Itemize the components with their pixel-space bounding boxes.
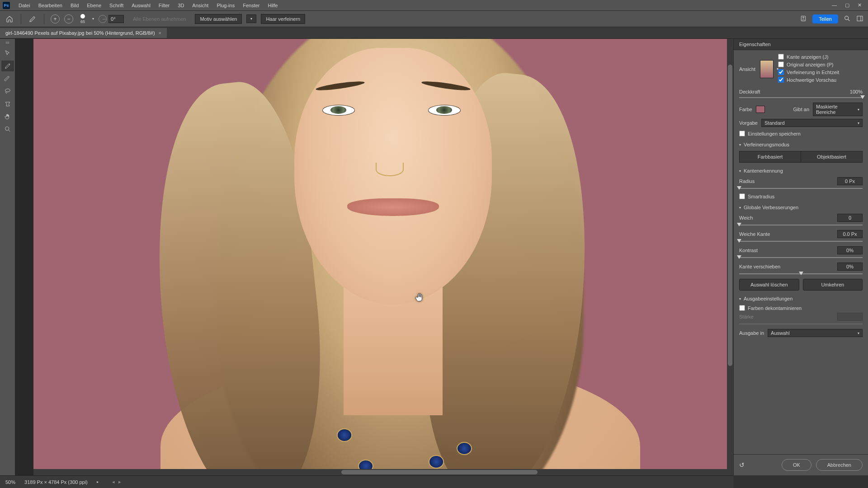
menu-plugins[interactable]: Plug-ins: [212, 1, 239, 10]
menu-auswahl[interactable]: Auswahl: [127, 1, 155, 10]
cancel-button[interactable]: Abbrechen: [816, 459, 863, 471]
refine-hair-label: Haar verfeinern: [266, 16, 300, 22]
tool-polygon-lasso[interactable]: [1, 99, 14, 109]
kante-verschieben-input[interactable]: [837, 263, 863, 271]
tool-zoom[interactable]: [1, 124, 14, 135]
weiche-kante-input[interactable]: [837, 230, 863, 238]
section-ausgabe[interactable]: ▾Ausgabeeinstellungen: [739, 296, 863, 301]
angle-input[interactable]: [108, 15, 124, 23]
mask-color-swatch[interactable]: [756, 106, 765, 113]
canvas-image[interactable]: [33, 39, 733, 475]
weiche-kante-slider[interactable]: [739, 241, 863, 242]
share-button[interactable]: Teilen: [812, 14, 838, 23]
panel-grip-icon[interactable]: [3, 42, 12, 44]
kantenerkennung-label: Kantenerkennung: [744, 168, 783, 174]
properties-tab[interactable]: Eigenschaften: [734, 39, 868, 50]
umkehren-button[interactable]: Umkehren: [803, 279, 863, 291]
chevron-down-icon[interactable]: ▾: [92, 17, 94, 21]
horizontal-scrollbar[interactable]: [33, 469, 733, 475]
objektbasiert-button[interactable]: Objektbasiert: [801, 151, 862, 162]
home-icon[interactable]: [5, 14, 14, 24]
checkbox-farben-dekon[interactable]: [739, 305, 745, 311]
slider-handle-icon[interactable]: [737, 186, 741, 190]
radius-slider[interactable]: [739, 188, 863, 189]
auswahl-loeschen-button[interactable]: Auswahl löschen: [739, 279, 799, 291]
farbbasiert-button[interactable]: Farbbasiert: [740, 151, 801, 162]
kontrast-slider[interactable]: [739, 257, 863, 258]
slider-handle-icon[interactable]: [799, 272, 803, 275]
checkbox-kante-anzeigen[interactable]: [778, 54, 784, 60]
menu-bearbeiten[interactable]: Bearbeiten: [34, 1, 66, 10]
scrollbar-thumb[interactable]: [728, 65, 732, 366]
kontrast-input[interactable]: [837, 246, 863, 254]
select-subject-button[interactable]: Motiv auswählen: [195, 14, 242, 24]
checkbox-original-anzeigen[interactable]: [778, 61, 784, 67]
tool-arrow[interactable]: [1, 48, 14, 59]
slider-handle-icon[interactable]: [737, 239, 741, 243]
checkbox-hochwertige-vorschau[interactable]: [778, 77, 784, 83]
menu-3d[interactable]: 3D: [174, 1, 188, 10]
menu-schrift[interactable]: Schrift: [105, 1, 127, 10]
menu-datei[interactable]: Datei: [14, 1, 34, 10]
staerke-slider: [739, 324, 863, 324]
tool-quick-select[interactable]: [1, 61, 14, 71]
refine-hair-button[interactable]: Haar verfeinern: [261, 14, 305, 24]
brush-preset-picker[interactable]: 65: [80, 14, 85, 24]
cloud-docs-icon[interactable]: [800, 15, 807, 23]
kante-verschieben-slider[interactable]: [739, 273, 863, 274]
canvas-area[interactable]: [15, 39, 733, 475]
chevron-right-icon[interactable]: ▸: [97, 480, 99, 484]
menu-ansicht[interactable]: Ansicht: [188, 1, 212, 10]
tool-brush[interactable]: [1, 73, 14, 84]
weich-slider[interactable]: [739, 225, 863, 225]
ausgabe-in-select[interactable]: Auswahl▾: [768, 329, 863, 337]
vorgabe-label: Vorgabe: [739, 120, 758, 126]
section-verfeinerungsmodus[interactable]: ▾Verfeinerungsmodus: [739, 142, 863, 147]
ok-button[interactable]: OK: [782, 459, 811, 471]
slider-handle-icon[interactable]: [737, 255, 741, 259]
checkbox-smartradius[interactable]: [739, 193, 745, 199]
slider-handle-icon[interactable]: [860, 95, 865, 99]
section-kantenerkennung[interactable]: ▾Kantenerkennung: [739, 168, 863, 174]
menu-filter[interactable]: Filter: [155, 1, 174, 10]
minimize-icon[interactable]: —: [832, 2, 837, 8]
document-tab[interactable]: girl-1846490 Pexels auf Pixabay.jpg bei …: [0, 28, 167, 38]
angle-dial-icon[interactable]: [99, 15, 107, 23]
weich-input[interactable]: [837, 214, 863, 222]
tools-panel: [0, 39, 15, 475]
gibt-an-label: Gibt an: [793, 107, 809, 112]
close-tab-icon[interactable]: ×: [159, 30, 161, 36]
scrollbar-thumb[interactable]: [341, 470, 537, 474]
current-tool-icon[interactable]: [28, 14, 38, 24]
maximize-icon[interactable]: ▢: [845, 2, 849, 8]
menu-bild[interactable]: Bild: [66, 1, 83, 10]
tool-lasso[interactable]: [1, 86, 14, 97]
farbe-label: Farbe: [739, 107, 752, 112]
verfeinerungsmodus-label: Verfeinerungsmodus: [744, 142, 789, 147]
gibt-an-select[interactable]: Maskierte Bereiche▾: [813, 103, 863, 116]
search-icon[interactable]: [844, 15, 851, 23]
checkbox-einstellungen-speichern[interactable]: [739, 131, 745, 136]
menu-hilfe[interactable]: Hilfe: [264, 1, 282, 10]
nav-next-icon[interactable]: ▸: [118, 479, 121, 485]
view-mode-thumbnail[interactable]: [760, 60, 774, 78]
deckkraft-value[interactable]: 100%: [850, 89, 863, 94]
reset-icon[interactable]: ↺: [739, 461, 745, 469]
zoom-level[interactable]: 50%: [5, 479, 15, 485]
workspace-icon[interactable]: [856, 15, 863, 23]
slider-handle-icon[interactable]: [737, 223, 741, 226]
close-icon[interactable]: ✕: [858, 2, 862, 8]
deckkraft-slider[interactable]: [739, 97, 863, 98]
section-globale-verbesserungen[interactable]: ▾Globale Verbesserungen: [739, 205, 863, 210]
menu-ebene[interactable]: Ebene: [83, 1, 105, 10]
radius-input[interactable]: [837, 177, 863, 185]
vorgabe-select[interactable]: Standard▾: [761, 119, 863, 127]
menu-fenster[interactable]: Fenster: [239, 1, 264, 10]
vertical-scrollbar[interactable]: [727, 39, 733, 469]
tool-hand[interactable]: [1, 111, 14, 122]
nav-prev-icon[interactable]: ◂: [112, 479, 115, 485]
checkbox-verfeinerung-echtzeit[interactable]: [778, 69, 784, 75]
subtract-from-selection-icon[interactable]: −: [64, 14, 73, 23]
select-subject-dropdown[interactable]: ▾: [246, 14, 256, 23]
add-to-selection-icon[interactable]: +: [51, 14, 60, 23]
